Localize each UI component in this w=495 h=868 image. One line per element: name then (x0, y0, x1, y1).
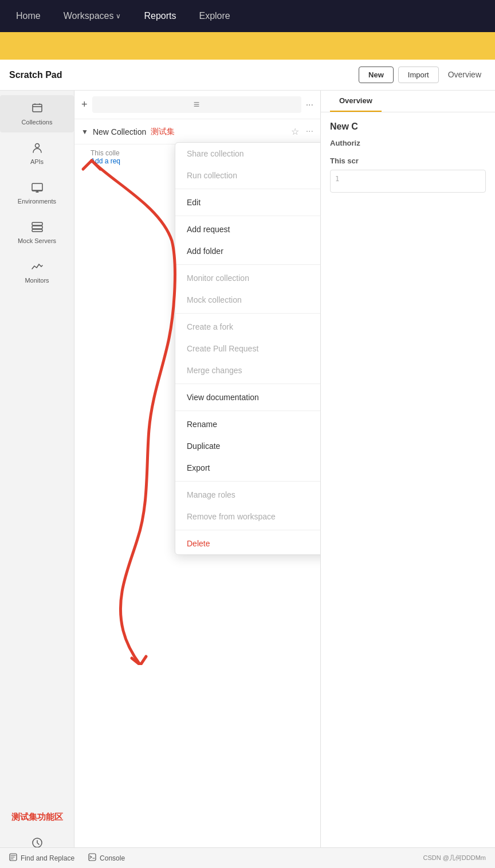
menu-merge[interactable]: Merge changes (175, 359, 321, 381)
sidebar-apis-label: APIs (30, 158, 44, 165)
menu-add-request[interactable]: Add request (175, 218, 321, 240)
apis-icon (31, 142, 44, 156)
sidebar-item-mock-servers[interactable]: Mock Servers (0, 214, 74, 251)
collection-actions: ☆ ··· (291, 126, 313, 137)
sidebar-collections-label: Collections (22, 119, 53, 126)
left-sidebar: Collections APIs Environments (0, 91, 74, 867)
svg-rect-2 (32, 183, 42, 191)
collection-chevron: ▼ (81, 128, 88, 136)
menu-divider-6 (175, 410, 321, 411)
collections-icon (31, 102, 44, 116)
svg-rect-0 (33, 104, 42, 112)
nav-workspaces[interactable]: Workspaces ∨ (61, 6, 124, 26)
new-button[interactable]: New (359, 67, 394, 83)
menu-delete[interactable]: Delete ⌫ (175, 533, 321, 554)
auth-label: Authoriz (330, 139, 360, 147)
mock-servers-icon (31, 221, 44, 235)
find-replace-label: Find and Replace (21, 854, 74, 862)
menu-remove[interactable]: Remove from workspace (175, 506, 321, 527)
sidebar-item-monitors[interactable]: Monitors (0, 253, 74, 291)
sidebar-monitors-label: Monitors (25, 277, 49, 284)
overview-tab-header[interactable]: Overview (443, 67, 486, 83)
sidebar-item-collections[interactable]: Collections (0, 95, 74, 132)
collection-row[interactable]: ▼ New Collection 测试集 ☆ ··· (74, 119, 320, 144)
menu-export[interactable]: Export (175, 457, 321, 479)
nav-reports[interactable]: Reports (142, 6, 178, 26)
annotation-label: 测试集功能区 (7, 807, 68, 827)
console-label: Console (100, 854, 125, 862)
favorite-button[interactable]: ☆ (291, 126, 299, 137)
find-replace-icon (9, 853, 17, 863)
menu-run[interactable]: Run collection (175, 165, 321, 186)
right-tabs: Overview (321, 91, 495, 112)
import-button[interactable]: Import (398, 67, 439, 83)
menu-share[interactable]: Share collection (175, 143, 321, 165)
sidebar-mock-label: Mock Servers (18, 237, 56, 244)
workspaces-label: Workspaces (64, 11, 114, 21)
context-menu-inner: Share collection Run collection Edit Add… (175, 143, 321, 554)
sidebar-item-environments[interactable]: Environments (0, 174, 74, 212)
nav-explore[interactable]: Explore (197, 6, 232, 26)
tab-overview[interactable]: Overview (330, 91, 382, 112)
more-options-button[interactable]: ··· (306, 100, 313, 110)
add-collection-button[interactable]: + (81, 99, 88, 111)
scratch-pad-header: Scratch Pad New Import Overview (0, 60, 495, 91)
menu-divider-4 (175, 313, 321, 314)
script-section: This scr (330, 157, 486, 165)
duplicate-label: Duplicate (187, 441, 220, 451)
svg-rect-5 (32, 229, 42, 232)
collections-toolbar: + ≡ ··· (74, 91, 320, 119)
svg-rect-3 (32, 222, 42, 225)
menu-duplicate[interactable]: Duplicate ⌘D (175, 435, 321, 457)
rename-label: Rename (187, 420, 217, 429)
menu-divider-5 (175, 384, 321, 384)
right-content: New C Authoriz This scr 1 (321, 112, 495, 202)
menu-fork[interactable]: Create a fork (175, 316, 321, 338)
menu-rename[interactable]: Rename ⌘E (175, 413, 321, 435)
bottom-bar: Find and Replace Console CSDN @几何DDDMm (0, 847, 495, 868)
line-number: 1 (335, 175, 339, 183)
menu-divider-7 (175, 481, 321, 482)
find-replace-button[interactable]: Find and Replace (9, 853, 74, 863)
collection-name: New Collection (93, 127, 146, 136)
right-panel-title: New C (330, 122, 486, 132)
console-button[interactable]: Console (88, 853, 125, 863)
menu-view-docs[interactable]: View documentation (175, 386, 321, 408)
menu-edit[interactable]: Edit (175, 191, 321, 213)
collections-panel: + ≡ ··· ▼ New Collection 测试集 ☆ ··· This … (74, 91, 321, 867)
main-layout: Collections APIs Environments (0, 91, 495, 867)
code-area[interactable]: 1 (330, 170, 486, 193)
sidebar-environments-label: Environments (18, 198, 56, 205)
menu-add-folder[interactable]: Add folder (175, 240, 321, 262)
auth-section: Authoriz (330, 139, 486, 147)
header-buttons: New Import Overview (359, 67, 486, 83)
menu-pull-request[interactable]: Create Pull Request (175, 338, 321, 359)
menu-mock[interactable]: Mock collection (175, 289, 321, 311)
svg-point-1 (35, 144, 39, 148)
svg-rect-4 (32, 226, 42, 229)
right-panel: Overview New C Authoriz This scr 1 (321, 91, 495, 867)
menu-divider-3 (175, 264, 321, 265)
menu-divider-1 (175, 189, 321, 189)
attribution: CSDN @几何DDDMm (423, 854, 486, 862)
yellow-banner (0, 32, 495, 60)
workspaces-chevron: ∨ (116, 12, 121, 20)
sidebar-item-apis[interactable]: APIs (0, 135, 74, 172)
filter-icon: ≡ (194, 99, 200, 111)
monitors-icon (31, 260, 44, 275)
filter-button[interactable]: ≡ (92, 96, 301, 113)
right-title-text: New C (330, 122, 358, 131)
collection-more-button[interactable]: ··· (306, 126, 313, 137)
top-nav: Home Workspaces ∨ Reports Explore (0, 0, 495, 32)
scratch-pad-title: Scratch Pad (9, 70, 62, 80)
collection-name-cn: 测试集 (151, 127, 175, 137)
menu-monitor[interactable]: Monitor collection (175, 267, 321, 289)
add-request-link[interactable]: Add a req (91, 157, 120, 165)
context-menu: Share collection Run collection Edit Add… (175, 142, 321, 555)
menu-divider-2 (175, 216, 321, 216)
console-icon (88, 853, 96, 863)
environments-icon (31, 181, 44, 196)
nav-home[interactable]: Home (14, 6, 43, 26)
collection-desc-text: This colle (91, 149, 120, 157)
menu-manage-roles[interactable]: Manage roles (175, 484, 321, 506)
